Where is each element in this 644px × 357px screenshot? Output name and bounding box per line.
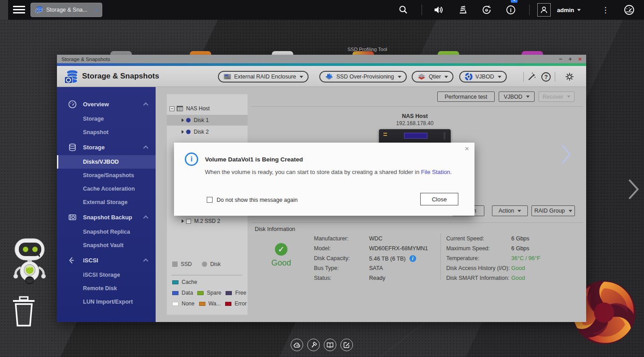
window-close-button[interactable]: × [578, 56, 582, 62]
sidebar-section-iscsi[interactable]: iSCSI [57, 253, 156, 267]
assistant-robot-mascot[interactable] [11, 238, 48, 287]
search-icon[interactable] [396, 0, 411, 20]
window-titlebar[interactable]: Storage & Snapshots − + × [57, 55, 586, 63]
tree-node-nas-host[interactable]: NAS Host [167, 103, 248, 114]
dialog-title: Volume DataVol1 is Being Created [205, 156, 303, 163]
nas-slot [444, 132, 445, 139]
sidebar-item-cache-acceleration[interactable]: Cache Acceleration [57, 182, 156, 196]
storage-snapshots-icon [35, 5, 44, 14]
info-label: Status: [314, 275, 331, 281]
disk-status-dot [186, 130, 191, 134]
storage-snapshots-app-icon [63, 69, 79, 85]
file-station-link[interactable]: File Station [421, 169, 450, 175]
info-value: WD60EFRX-68MYMN1 [369, 245, 428, 252]
info-icon: i [185, 152, 198, 166]
performance-test-button[interactable]: Performance test [437, 91, 495, 102]
svg-text:?: ? [544, 74, 548, 80]
nas-host-icon [177, 106, 183, 111]
info-value: WDC [369, 235, 383, 242]
restart-alert-icon[interactable] [479, 0, 494, 20]
next-enclosure-chevron-icon[interactable] [561, 144, 571, 167]
action-dropdown[interactable]: Action [492, 205, 528, 216]
tab-close-icon[interactable]: × [95, 7, 98, 13]
sidebar-item-snapshot-replica[interactable]: Snapshot Replica [57, 225, 156, 239]
dialog-close-icon[interactable]: × [465, 145, 469, 152]
desktop-dock [291, 339, 357, 351]
sidebar-section-storage[interactable]: Storage [57, 140, 156, 154]
main-menu-button[interactable] [13, 6, 25, 14]
do-not-show-checkbox[interactable] [207, 197, 213, 203]
legend-none-row: None Wa... Error [172, 300, 247, 307]
info-label: Disk Capacity: [314, 255, 350, 261]
snapshot-camera-icon [68, 213, 77, 222]
recover-dropdown[interactable]: Recover [539, 91, 574, 102]
sidebar: Overview Storage Snapshot Storage Disks/… [57, 87, 156, 322]
disk-information-title: Disk Information [255, 226, 295, 232]
capacity-info-icon[interactable]: i [409, 255, 416, 262]
minimize-button[interactable]: − [559, 56, 562, 62]
spare-swatch [197, 291, 204, 295]
iscsi-icon [68, 256, 77, 265]
sidebar-item-snapshot-overview[interactable]: Snapshot [57, 126, 156, 139]
notification-badge: 1 [511, 0, 518, 3]
overview-gauge-icon [68, 100, 77, 109]
collapse-icon[interactable] [170, 106, 174, 111]
dropdown-label: Qtier [429, 74, 441, 80]
svg-text:i: i [510, 7, 511, 13]
sidebar-section-snapshot-backup[interactable]: Snapshot Backup [57, 210, 156, 224]
volume-icon[interactable] [431, 0, 446, 20]
sidebar-item-iscsi-storage[interactable]: iSCSI Storage [57, 268, 156, 282]
info-value: 36°C / 96°F [511, 255, 540, 261]
vjbod-dropdown[interactable]: VJBOD [459, 71, 507, 83]
more-options-icon[interactable]: ⋮ [601, 0, 610, 20]
expand-icon[interactable] [182, 118, 184, 122]
sidebar-item-external-storage[interactable]: External Storage [57, 196, 156, 209]
feedback-compose-icon[interactable] [340, 339, 353, 351]
legend-data-row: Data Spare Free [172, 290, 246, 296]
tree-node-disk-2[interactable]: Disk 2 [167, 126, 248, 137]
info-value: Good [511, 265, 525, 271]
desktop-next-page-chevron-icon[interactable] [628, 178, 640, 202]
header-divider [555, 72, 555, 82]
data-swatch [172, 291, 178, 295]
taskbar-tab-storage-snapshots[interactable]: Storage & Sna... × [30, 3, 102, 17]
recycle-bin-icon[interactable] [12, 296, 36, 329]
expand-icon[interactable] [182, 219, 184, 223]
maximize-button[interactable]: + [569, 56, 572, 62]
vjbod-toolbar-dropdown[interactable]: VJBOD [499, 91, 535, 102]
raid-group-dropdown[interactable]: RAID Group [531, 205, 575, 216]
host-name: NAS Host [370, 113, 460, 119]
info-value: Good [511, 275, 525, 281]
volume-created-dialog: × i Volume DataVol1 is Being Created Whe… [174, 143, 474, 216]
user-menu[interactable]: admin [537, 0, 581, 20]
tree-node-label: Disk 1 [194, 117, 209, 123]
cloud-icon[interactable] [291, 339, 303, 351]
chevron-up-icon [143, 102, 148, 107]
tree-node-m2-ssd-2[interactable]: M.2 SSD 2 [167, 216, 248, 226]
external-raid-enclosure-dropdown[interactable]: External RAID Enclosure [218, 71, 309, 83]
info-value: 5.46 TB (6 TB)i [369, 255, 416, 262]
sidebar-item-disks-vjbod[interactable]: Disks/VJBOD [57, 155, 156, 169]
notifications-icon[interactable]: i 1 [503, 0, 518, 20]
sidebar-section-overview[interactable]: Overview [57, 97, 156, 111]
dashboard-icon[interactable] [622, 0, 637, 20]
auto-tool-wand-icon[interactable] [526, 71, 538, 83]
sidebar-item-lun-import-export[interactable]: LUN Import/Export [57, 295, 156, 309]
utilities-hammer-icon[interactable] [307, 339, 320, 351]
manual-book-icon[interactable] [324, 339, 336, 351]
settings-gear-icon[interactable] [564, 71, 575, 83]
disk-status-dot [186, 118, 191, 122]
qtier-dropdown[interactable]: Qtier [412, 71, 453, 83]
chevron-down-icon [577, 9, 581, 11]
sidebar-item-remote-disk[interactable]: Remote Disk [57, 282, 156, 295]
background-tasks-icon[interactable] [455, 0, 470, 20]
sidebar-item-snapshot-vault[interactable]: Snapshot Vault [57, 239, 156, 252]
sidebar-item-storage-overview[interactable]: Storage [57, 112, 156, 126]
tree-node-disk-1[interactable]: Disk 1 [167, 115, 248, 126]
close-button[interactable]: Close [420, 193, 458, 205]
expand-icon[interactable] [182, 130, 184, 134]
sidebar-item-storage-snapshots[interactable]: Storage/Snapshots [57, 169, 156, 182]
help-icon[interactable]: ? [540, 71, 552, 83]
ssd-over-provisioning-dropdown[interactable]: SSD Over-Provisioning [319, 71, 407, 83]
error-swatch [225, 302, 231, 306]
